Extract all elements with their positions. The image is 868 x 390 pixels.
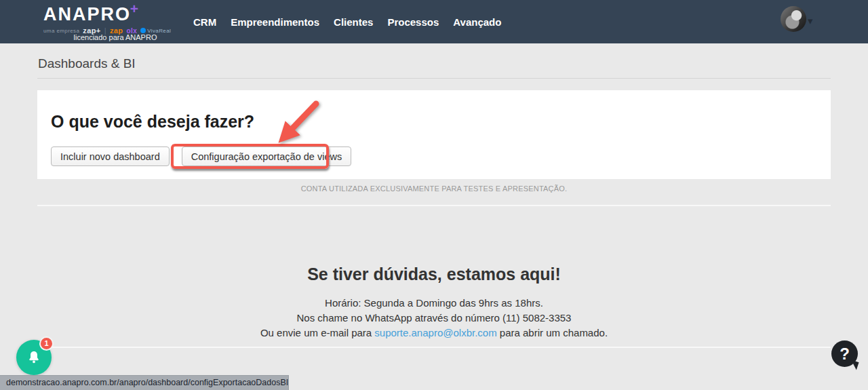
help-widget-button[interactable]: ? [831, 340, 858, 367]
nav-item-clientes[interactable]: Clientes [334, 16, 373, 28]
notifications-button[interactable]: 1 [16, 340, 52, 375]
notification-count-badge: 1 [39, 336, 54, 351]
question-mark-icon: ? [840, 345, 850, 364]
bell-icon [26, 350, 41, 365]
help-email-prefix: Ou envie um e-mail para [260, 327, 374, 338]
top-navbar: ANAPRO + uma empresa zap+ | zap olx Viva… [0, 0, 868, 43]
screen: ANAPRO + uma empresa zap+ | zap olx Viva… [0, 0, 868, 390]
brand-plus-icon: + [130, 1, 138, 17]
main-nav: CRM Empreendimentos Clientes Processos A… [193, 0, 501, 43]
help-email-suffix: para abrir um chamado. [497, 327, 608, 338]
help-hours-line: Horário: Segunda a Domingo das 9hrs as 1… [0, 296, 868, 311]
footer-divider [37, 347, 831, 348]
title-divider [37, 78, 831, 79]
user-menu[interactable]: ▾ [781, 6, 813, 32]
nav-item-empreendimentos[interactable]: Empreendimentos [231, 16, 319, 28]
card-heading: O que você deseja fazer? [51, 112, 254, 132]
configuracao-exportacao-views-button[interactable]: Configuração exportação de views [182, 147, 351, 166]
brand-name: ANAPRO [43, 4, 131, 24]
help-section: Se tiver dúvidas, estamos aqui! Horário:… [0, 265, 868, 340]
status-bar-url: demonstracao.anapro.com.br/anapro/dashbo… [0, 375, 289, 390]
nav-item-avancado[interactable]: Avançado [453, 16, 501, 28]
card-button-row: Incluir novo dashboard Configuração expo… [51, 147, 351, 166]
help-whatsapp-line: Nos chame no WhatsApp através do número … [0, 311, 868, 326]
licensed-text: licenciado para ANAPRO [43, 33, 187, 41]
page-title: Dashboards & BI [38, 56, 136, 71]
help-email-line: Ou envie um e-mail para suporte.anapro@o… [0, 326, 868, 340]
avatar[interactable] [781, 6, 806, 32]
chevron-down-icon: ▾ [808, 15, 813, 27]
help-heading: Se tiver dúvidas, estamos aqui! [0, 265, 868, 284]
support-email-link[interactable]: suporte.anapro@olxbr.com [374, 327, 496, 338]
nav-item-crm[interactable]: CRM [193, 16, 216, 28]
section-divider [37, 205, 831, 206]
nav-item-processos[interactable]: Processos [387, 16, 439, 28]
action-card: O que você deseja fazer? Incluir novo da… [37, 90, 831, 179]
vivareal-dot-icon [140, 28, 146, 33]
brand-wordmark: ANAPRO + [43, 4, 131, 25]
account-notice: CONTA UTILIZADA EXCLUSIVAMENTE PARA TEST… [0, 184, 868, 193]
incluir-novo-dashboard-button[interactable]: Incluir novo dashboard [51, 147, 170, 166]
brand-logo[interactable]: ANAPRO + uma empresa zap+ | zap olx Viva… [43, 4, 171, 35]
